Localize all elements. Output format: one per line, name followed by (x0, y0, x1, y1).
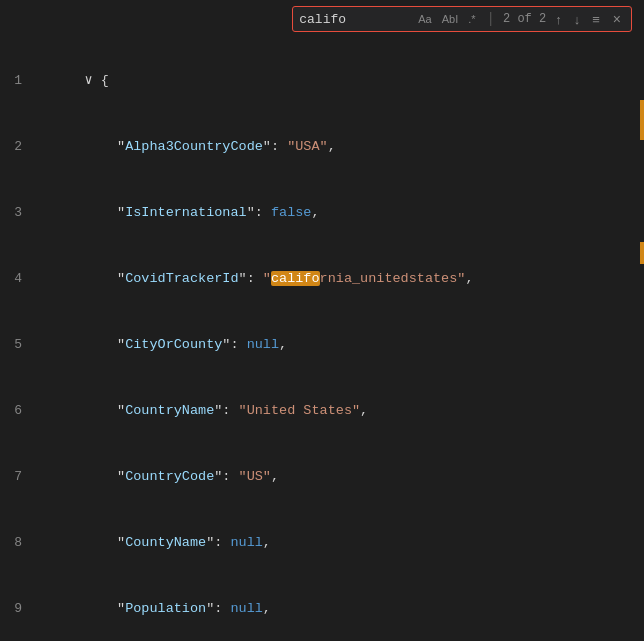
find-count: 2 of 2 (503, 12, 546, 26)
table-row: 9 "Population": null, (0, 576, 644, 641)
table-row: 6 "CountryName": "United States", (0, 378, 644, 444)
regex-button[interactable]: .* (465, 12, 478, 26)
find-options: Aa AbI .* (415, 12, 478, 26)
line-content: "CountryCode": "US", (36, 444, 279, 510)
scroll-indicator-2 (640, 242, 644, 264)
table-row: 1 ∨ { (0, 48, 644, 114)
line-content: "IsInternational": false, (36, 180, 320, 246)
match-case-button[interactable]: Aa (415, 12, 434, 26)
line-content: "CountyName": null, (36, 510, 271, 576)
line-content: "CityOrCounty": null, (36, 312, 287, 378)
find-prev-button[interactable]: ↑ (552, 11, 565, 28)
line-number: 8 (0, 532, 36, 554)
table-row: 7 "CountryCode": "US", (0, 444, 644, 510)
whole-word-button[interactable]: AbI (439, 12, 462, 26)
table-row: 3 "IsInternational": false, (0, 180, 644, 246)
line-number: 9 (0, 598, 36, 620)
find-input[interactable] (299, 12, 409, 27)
line-content: "Alpha3CountryCode": "USA", (36, 114, 336, 180)
line-content: "CovidTrackerId": "california_unitedstat… (36, 246, 474, 312)
code-area: 1 ∨ { 2 "Alpha3CountryCode": "USA", 3 "I… (0, 0, 644, 641)
scroll-indicator-1 (640, 100, 644, 140)
find-bar: Aa AbI .* | 2 of 2 ↑ ↓ ≡ × (292, 6, 632, 32)
table-row: 4 "CovidTrackerId": "california_unitedst… (0, 246, 644, 312)
line-number: 7 (0, 466, 36, 488)
line-number: 5 (0, 334, 36, 356)
find-menu-button[interactable]: ≡ (589, 11, 603, 28)
line-number: 2 (0, 136, 36, 158)
table-row: 2 "Alpha3CountryCode": "USA", (0, 114, 644, 180)
find-close-button[interactable]: × (609, 10, 625, 28)
line-content: ∨ { (36, 48, 109, 114)
line-number: 6 (0, 400, 36, 422)
line-number: 1 (0, 70, 36, 92)
table-row: 5 "CityOrCounty": null, (0, 312, 644, 378)
line-number: 3 (0, 202, 36, 224)
find-separator: | (487, 11, 495, 27)
line-content: "Population": null, (36, 576, 271, 641)
table-row: 8 "CountyName": null, (0, 510, 644, 576)
find-next-button[interactable]: ↓ (571, 11, 584, 28)
line-number: 4 (0, 268, 36, 290)
line-content: "CountryName": "United States", (36, 378, 368, 444)
